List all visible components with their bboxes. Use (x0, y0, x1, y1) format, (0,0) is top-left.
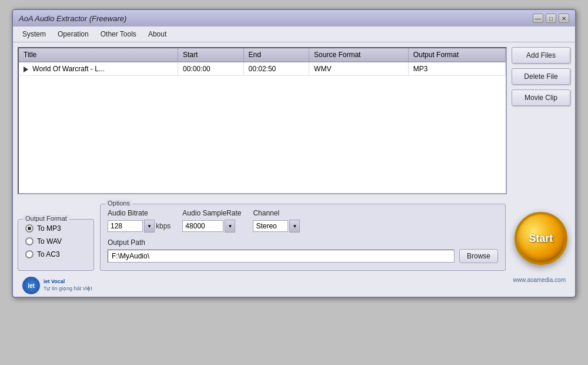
menu-bar: System Operation Other Tools About (13, 26, 575, 42)
bitrate-input[interactable] (108, 220, 143, 232)
radio-mp3-label: To MP3 (37, 224, 61, 233)
samplerate-label: Audio SampleRate (182, 209, 241, 217)
output-format-label: Output Format (23, 215, 69, 222)
col-end: End (243, 48, 309, 62)
output-format-group: Output Format To MP3 To WAV To AC3 (18, 219, 94, 271)
radio-mp3-outer (25, 224, 34, 233)
radio-wav-outer (25, 237, 34, 245)
main-window: AoA Audio Extractor (Freeware) — □ ✕ Sys… (12, 9, 576, 298)
channel-label: Channel (253, 209, 300, 217)
logo-brand: iet Vocal (44, 278, 92, 286)
minimize-button[interactable]: — (533, 14, 543, 23)
samplerate-control: ▼ (182, 220, 241, 233)
window-title: AoA Audio Extractor (Freeware) (19, 14, 126, 23)
output-path-section: Output Path Browse (108, 238, 498, 263)
samplerate-field: Audio SampleRate ▼ (182, 209, 241, 233)
output-path-label: Output Path (108, 238, 498, 247)
main-content: Title Start End Source Format Output For… (13, 42, 575, 199)
options-label: Options (105, 200, 132, 207)
bitrate-label: Audio Bitrate (108, 209, 171, 217)
delete-file-button[interactable]: Delete File (512, 68, 570, 85)
start-section: Start (512, 212, 570, 271)
menu-system[interactable]: System (18, 28, 51, 40)
cell-source-format: WMV (309, 62, 409, 76)
radio-wav[interactable]: To WAV (25, 237, 86, 245)
close-button[interactable]: ✕ (559, 14, 569, 23)
channel-input[interactable] (253, 220, 288, 232)
start-button[interactable]: Start (514, 212, 567, 265)
maximize-button[interactable]: □ (546, 14, 556, 23)
cell-title: World Of Warcraft - L... (19, 62, 178, 76)
samplerate-input[interactable] (182, 220, 223, 232)
cell-end: 00:02:50 (243, 62, 309, 76)
radio-wav-label: To WAV (37, 237, 62, 245)
table-header: Title Start End Source Format Output For… (19, 48, 506, 62)
path-row: Browse (108, 249, 498, 263)
col-output-format: Output Format (408, 48, 505, 62)
logo-subtext: iet Vocal Tự tin giọng hát Việt (44, 278, 92, 292)
play-icon (24, 67, 28, 72)
right-panel: Add Files Delete File Movie Clip (512, 47, 570, 194)
options-row-1: Audio Bitrate ▼ kbps Audio SampleRate ▼ (108, 209, 498, 233)
channel-control: ▼ (253, 220, 300, 233)
channel-field: Channel ▼ (253, 209, 300, 233)
window-controls: — □ ✕ (533, 14, 569, 23)
bitrate-unit: kbps (156, 222, 171, 230)
options-group: Options Audio Bitrate ▼ kbps Audio Sampl… (100, 204, 506, 271)
file-list-container: Title Start End Source Format Output For… (18, 47, 507, 194)
cell-output-format: MP3 (408, 62, 505, 76)
cell-start: 00:00:00 (178, 62, 244, 76)
col-title: Title (19, 48, 178, 62)
col-source-format: Source Format (309, 48, 409, 62)
title-bar: AoA Audio Extractor (Freeware) — □ ✕ (13, 10, 575, 26)
samplerate-dropdown-btn[interactable]: ▼ (225, 220, 235, 233)
browse-button[interactable]: Browse (459, 249, 498, 263)
channel-dropdown-btn[interactable]: ▼ (289, 220, 300, 233)
start-button-label: Start (529, 233, 553, 245)
footer: iet iet Vocal Tự tin giọng hát Việt www.… (13, 276, 575, 297)
menu-operation[interactable]: Operation (53, 28, 93, 40)
col-start: Start (178, 48, 244, 62)
logo-icon: iet (22, 277, 40, 294)
path-input[interactable] (108, 250, 455, 263)
logo-area: iet iet Vocal Tự tin giọng hát Việt (18, 277, 92, 294)
table-body: World Of Warcraft - L... 00:00:00 00:02:… (19, 62, 506, 76)
bottom-section: Output Format To MP3 To WAV To AC3 Optio… (13, 199, 575, 276)
left-panel: Title Start End Source Format Output For… (18, 47, 507, 194)
radio-ac3-outer (25, 250, 34, 258)
menu-about[interactable]: About (143, 28, 171, 40)
movie-clip-button[interactable]: Movie Clip (512, 89, 570, 106)
menu-other-tools[interactable]: Other Tools (96, 28, 141, 40)
radio-ac3[interactable]: To AC3 (25, 250, 86, 258)
bitrate-control: ▼ kbps (108, 220, 171, 233)
bitrate-dropdown-btn[interactable]: ▼ (144, 220, 155, 233)
bitrate-field: Audio Bitrate ▼ kbps (108, 209, 171, 233)
radio-mp3-inner (28, 227, 31, 230)
website-label: www.aoamedia.com (513, 277, 570, 294)
table-row[interactable]: World Of Warcraft - L... 00:00:00 00:02:… (19, 62, 506, 76)
file-table: Title Start End Source Format Output For… (19, 48, 506, 76)
radio-ac3-label: To AC3 (37, 250, 60, 258)
add-files-button[interactable]: Add Files (512, 47, 570, 64)
radio-mp3[interactable]: To MP3 (25, 224, 86, 233)
